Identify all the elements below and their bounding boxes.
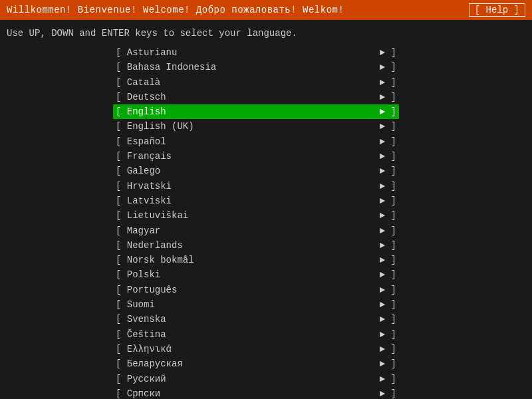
language-item[interactable]: [ Norsk bokmål► ] <box>113 253 399 267</box>
language-label: [ English <box>116 105 380 118</box>
language-item[interactable]: [ Беларуская► ] <box>113 356 399 371</box>
language-label: [ Español <box>116 135 380 148</box>
language-item[interactable]: [ Polski► ] <box>113 267 399 282</box>
header-bar: Willkommen! Bienvenue! Welcome! Добро по… <box>0 0 532 20</box>
language-arrow: ► ] <box>380 283 396 297</box>
language-item[interactable]: [ Bahasa Indonesia► ] <box>113 60 399 74</box>
language-label: [ Français <box>116 150 380 163</box>
language-item[interactable]: [ Français► ] <box>113 149 399 164</box>
language-item[interactable]: [ Galego► ] <box>113 164 399 178</box>
language-item[interactable]: [ Português► ] <box>113 283 399 297</box>
language-arrow: ► ] <box>380 372 396 386</box>
language-arrow: ► ] <box>380 105 396 118</box>
language-label: [ Nederlands <box>116 239 380 252</box>
language-arrow: ► ] <box>380 46 396 59</box>
language-arrow: ► ] <box>380 164 396 178</box>
language-arrow: ► ] <box>380 357 396 370</box>
language-item[interactable]: [ Suomi► ] <box>113 297 399 312</box>
language-label: [ Lietuviškai <box>116 209 380 222</box>
language-label: [ Deutsch <box>116 90 380 104</box>
language-arrow: ► ] <box>380 313 396 326</box>
language-item[interactable]: [ Nederlands► ] <box>113 238 399 253</box>
language-arrow: ► ] <box>380 342 396 356</box>
language-item[interactable]: [ Español► ] <box>113 134 399 149</box>
language-label: [ English (UK) <box>116 120 380 133</box>
language-label: [ Galego <box>116 164 380 178</box>
language-list: [ Asturianu► ][ Bahasa Indonesia► ][ Cat… <box>113 45 399 399</box>
language-label: [ Català <box>116 76 380 89</box>
language-item[interactable]: [ Српски► ] <box>113 386 399 399</box>
language-label: [ Suomi <box>116 298 380 311</box>
language-label: [ Norsk bokmål <box>116 253 380 267</box>
language-item[interactable]: [ Hrvatski► ] <box>113 179 399 194</box>
language-item[interactable]: [ English (UK)► ] <box>113 119 399 134</box>
language-arrow: ► ] <box>380 194 396 207</box>
language-label: [ Polski <box>116 268 380 281</box>
language-label: [ Svenska <box>116 313 380 326</box>
language-arrow: ► ] <box>380 328 396 341</box>
language-item[interactable]: [ Català► ] <box>113 75 399 90</box>
language-arrow: ► ] <box>380 268 396 281</box>
language-label: [ Čeština <box>116 328 380 341</box>
language-arrow: ► ] <box>380 224 396 237</box>
language-item[interactable]: [ Asturianu► ] <box>113 45 399 60</box>
language-label: [ Беларуская <box>116 357 380 370</box>
language-item[interactable]: [ Deutsch► ] <box>113 90 399 104</box>
instruction-text: Use UP, DOWN and ENTER keys to select yo… <box>0 20 532 45</box>
language-item[interactable]: [ Русский► ] <box>113 372 399 386</box>
language-label: [ Asturianu <box>116 46 380 59</box>
language-arrow: ► ] <box>380 209 396 222</box>
language-arrow: ► ] <box>380 90 396 104</box>
language-label: [ Latviski <box>116 194 380 207</box>
language-label: [ Српски <box>116 387 380 399</box>
language-label: [ Русский <box>116 372 380 386</box>
language-item[interactable]: [ Čeština► ] <box>113 327 399 342</box>
language-item[interactable]: [ Lietuviškai► ] <box>113 208 399 223</box>
language-arrow: ► ] <box>380 387 396 399</box>
language-label: [ Magyar <box>116 224 380 237</box>
language-item[interactable]: [ Magyar► ] <box>113 223 399 238</box>
language-arrow: ► ] <box>380 76 396 89</box>
language-arrow: ► ] <box>380 239 396 252</box>
language-arrow: ► ] <box>380 61 396 74</box>
header-title: Willkommen! Bienvenue! Welcome! Добро по… <box>7 5 344 15</box>
language-arrow: ► ] <box>380 298 396 311</box>
language-label: [ Português <box>116 283 380 297</box>
language-arrow: ► ] <box>380 120 396 133</box>
language-label: [ Hrvatski <box>116 180 380 193</box>
language-arrow: ► ] <box>380 150 396 163</box>
language-arrow: ► ] <box>380 180 396 193</box>
language-arrow: ► ] <box>380 253 396 267</box>
language-item[interactable]: [ Svenska► ] <box>113 312 399 327</box>
language-item[interactable]: [ Latviski► ] <box>113 194 399 208</box>
language-label: [ Ελληνικά <box>116 342 380 356</box>
language-label: [ Bahasa Indonesia <box>116 61 380 74</box>
language-item[interactable]: [ Ελληνικά► ] <box>113 342 399 356</box>
language-arrow: ► ] <box>380 135 396 148</box>
language-item[interactable]: [ English► ] <box>113 104 399 119</box>
help-button[interactable]: [ Help ] <box>469 3 525 17</box>
